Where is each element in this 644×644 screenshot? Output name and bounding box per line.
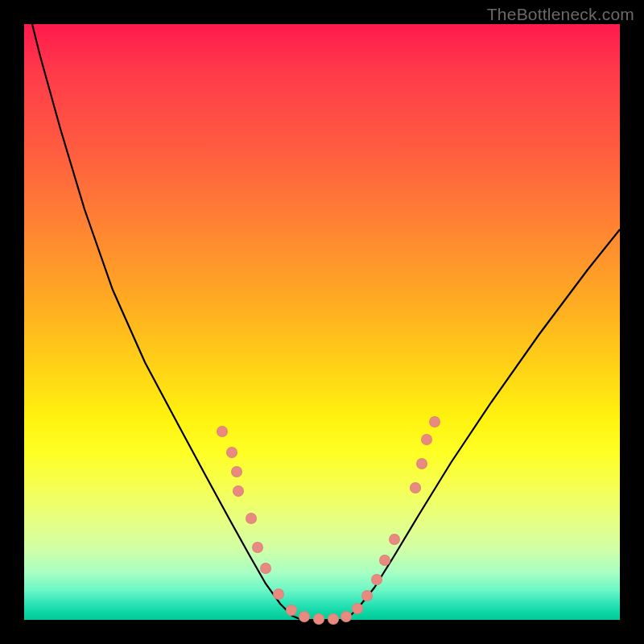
sample-dot	[416, 458, 427, 469]
sample-dot	[371, 574, 382, 585]
sample-dot	[286, 605, 297, 616]
sample-dot	[361, 590, 373, 601]
chart-frame: TheBottleneck.com	[0, 0, 644, 644]
sample-dot	[246, 513, 257, 524]
sample-dot	[273, 588, 284, 600]
sample-dot	[299, 611, 310, 622]
sample-dot	[410, 482, 421, 493]
plot-area	[24, 24, 620, 620]
sample-dot	[231, 466, 242, 477]
sample-dot	[233, 485, 244, 497]
sample-dot	[421, 434, 432, 445]
curve-left-branch	[24, 0, 302, 620]
sample-dot	[328, 613, 339, 625]
sample-dot	[429, 416, 440, 427]
sample-dot	[260, 563, 271, 574]
sample-dot	[226, 447, 237, 458]
watermark-text: TheBottleneck.com	[487, 5, 634, 24]
sample-dot	[341, 611, 352, 622]
sample-dot	[379, 555, 390, 566]
sample-dot	[352, 603, 363, 614]
sample-dot	[389, 534, 400, 545]
sample-dot	[217, 426, 228, 437]
sample-dot	[252, 542, 263, 553]
bottleneck-curve	[24, 24, 620, 620]
sample-dot	[313, 613, 324, 625]
